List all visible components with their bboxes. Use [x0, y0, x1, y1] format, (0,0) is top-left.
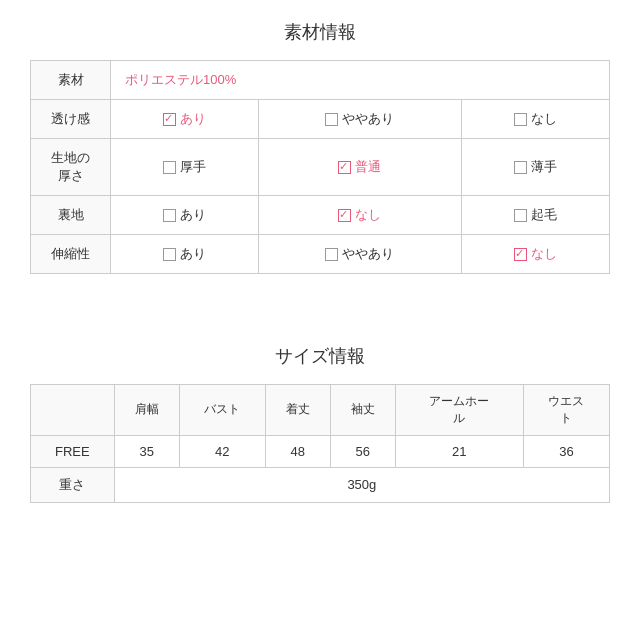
material-row-label: 生地の厚さ [31, 139, 111, 196]
checked-checkbox-icon [338, 209, 351, 222]
material-row-value: ポリエステル100% [111, 61, 610, 100]
material-section-title: 素材情報 [30, 20, 610, 44]
material-row-label: 素材 [31, 61, 111, 100]
material-row: 透け感ありややありなし [31, 100, 610, 139]
unchecked-checkbox-icon [514, 113, 527, 126]
unchecked-checkbox-icon [163, 209, 176, 222]
unchecked-checkbox-icon [514, 161, 527, 174]
size-header-cell: バスト [179, 385, 265, 436]
size-row-value: 56 [330, 435, 395, 467]
size-footer-value: 350g [114, 467, 609, 502]
option-label: あり [180, 111, 206, 126]
unchecked-checkbox-icon [163, 161, 176, 174]
option-label: なし [531, 111, 557, 126]
unchecked-checkbox-icon [163, 248, 176, 261]
size-row-value: 21 [395, 435, 523, 467]
unchecked-checkbox-icon [325, 113, 338, 126]
size-header-cell [31, 385, 115, 436]
size-row-label: FREE [31, 435, 115, 467]
material-row: 裏地ありなし起毛 [31, 196, 610, 235]
material-option-cell: 薄手 [461, 139, 609, 196]
option-label: あり [180, 246, 206, 261]
material-option-cell: なし [259, 196, 461, 235]
checked-checkbox-icon [163, 113, 176, 126]
option-label: 起毛 [531, 207, 557, 222]
material-option-cell: ややあり [259, 235, 461, 274]
size-footer-row: 重さ350g [31, 467, 610, 502]
option-label: 普通 [355, 159, 381, 174]
size-row-value: 48 [265, 435, 330, 467]
checked-checkbox-icon [338, 161, 351, 174]
option-label: なし [531, 246, 557, 261]
size-header-cell: 着丈 [265, 385, 330, 436]
material-option-cell: あり [111, 235, 259, 274]
material-row: 素材ポリエステル100% [31, 61, 610, 100]
material-option-cell: あり [111, 196, 259, 235]
size-header-cell: 肩幅 [114, 385, 179, 436]
size-row-value: 42 [179, 435, 265, 467]
size-row-value: 36 [523, 435, 609, 467]
size-header-row: 肩幅バスト着丈袖丈アームホールウエスト [31, 385, 610, 436]
material-row: 伸縮性ありややありなし [31, 235, 610, 274]
material-row-label: 裏地 [31, 196, 111, 235]
material-row-label: 伸縮性 [31, 235, 111, 274]
material-option-cell: あり [111, 100, 259, 139]
size-header-cell: 袖丈 [330, 385, 395, 436]
size-table: 肩幅バスト着丈袖丈アームホールウエスト FREE354248562136 重さ3… [30, 384, 610, 503]
material-row-label: 透け感 [31, 100, 111, 139]
size-footer-label: 重さ [31, 467, 115, 502]
material-option-cell: 起毛 [461, 196, 609, 235]
option-label: 薄手 [531, 159, 557, 174]
size-section-title: サイズ情報 [30, 344, 610, 368]
option-label: 厚手 [180, 159, 206, 174]
material-option-cell: なし [461, 100, 609, 139]
material-option-cell: ややあり [259, 100, 461, 139]
size-header-cell: ウエスト [523, 385, 609, 436]
material-option-cell: 普通 [259, 139, 461, 196]
unchecked-checkbox-icon [514, 209, 527, 222]
option-label: なし [355, 207, 381, 222]
unchecked-checkbox-icon [325, 248, 338, 261]
size-header-cell: アームホール [395, 385, 523, 436]
size-row-value: 35 [114, 435, 179, 467]
option-label: あり [180, 207, 206, 222]
size-data-row: FREE354248562136 [31, 435, 610, 467]
checked-checkbox-icon [514, 248, 527, 261]
material-table: 素材ポリエステル100%透け感ありややありなし生地の厚さ厚手普通薄手裏地ありなし… [30, 60, 610, 274]
material-option-cell: 厚手 [111, 139, 259, 196]
option-label: ややあり [342, 246, 394, 261]
material-row: 生地の厚さ厚手普通薄手 [31, 139, 610, 196]
spacer [30, 314, 610, 344]
option-label: ややあり [342, 111, 394, 126]
material-option-cell: なし [461, 235, 609, 274]
